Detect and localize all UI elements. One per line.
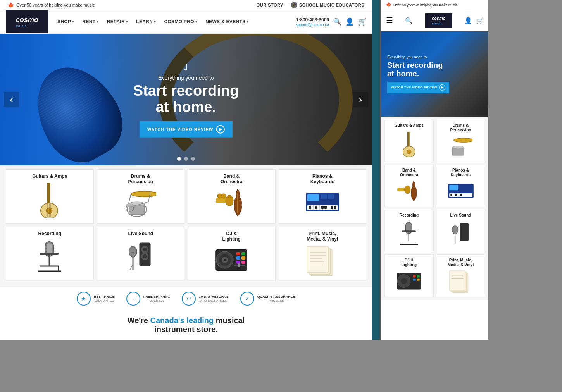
svg-rect-109 xyxy=(413,275,416,277)
mobile-logo-text: cosmomusic xyxy=(432,16,445,25)
svg-rect-39 xyxy=(331,206,333,209)
nav-shop[interactable]: SHOP ▾ xyxy=(54,17,78,26)
mobile-cat-guitars[interactable]: Guitars & Amps xyxy=(384,120,434,162)
nav-icons: 🔍 👤 🛒 xyxy=(333,17,366,26)
categories-grid: Guitars & Amps Drums &Percussion xyxy=(6,169,366,281)
hamburger-icon[interactable]: ☰ xyxy=(386,16,393,25)
svg-point-6 xyxy=(131,191,156,197)
mobile-account-icon[interactable]: 👤 xyxy=(464,17,472,24)
svg-point-59 xyxy=(143,254,147,258)
tagline-highlight: Canada's leading xyxy=(150,316,214,325)
mobile-search-icon[interactable]: 🔍 xyxy=(405,17,413,24)
mobile-nav: ☰ 🔍 cosmomusic 👤 🛒 xyxy=(381,10,488,31)
svg-point-18 xyxy=(221,194,226,198)
top-bar: 🍁 Over 50 years of helping you make musi… xyxy=(0,0,372,10)
category-drums[interactable]: Drums &Percussion xyxy=(97,169,185,224)
mobile-logo[interactable]: cosmomusic xyxy=(425,13,452,28)
mobile-hero-subtitle: Everything you need to xyxy=(387,55,449,59)
mobile-hero-text: Everything you need to Start recordingat… xyxy=(387,55,449,93)
teal-strip xyxy=(372,0,380,340)
cart-icon[interactable]: 🛒 xyxy=(358,17,366,26)
svg-rect-111 xyxy=(413,279,416,281)
our-story-link[interactable]: OUR STORY xyxy=(257,3,283,7)
music-note-icon: ♩ xyxy=(133,62,239,73)
svg-rect-0 xyxy=(47,183,50,204)
nav-contact: 1-800-463-3000 support@cosmo.ca xyxy=(296,17,329,27)
svg-rect-98 xyxy=(460,194,462,196)
svg-rect-69 xyxy=(236,252,240,255)
school-music-link[interactable]: 🎓 SCHOOL MUSIC EDUCATORS xyxy=(291,2,364,8)
category-keyboards[interactable]: Pianos &Keyboards xyxy=(279,169,367,224)
mobile-cat-dj[interactable]: DJ &Lighting xyxy=(384,254,434,297)
svg-rect-49 xyxy=(40,253,59,255)
search-icon[interactable]: 🔍 xyxy=(333,17,341,26)
svg-rect-110 xyxy=(417,275,420,277)
svg-rect-22 xyxy=(307,194,319,201)
svg-rect-97 xyxy=(455,194,457,196)
svg-point-90 xyxy=(452,146,464,148)
logo[interactable]: cosmo music xyxy=(6,10,48,33)
slider-next-button[interactable]: › xyxy=(353,92,368,107)
mobile-cat-live-sound[interactable]: Live Sound xyxy=(436,210,485,252)
svg-rect-70 xyxy=(241,252,245,255)
svg-rect-61 xyxy=(131,252,134,253)
mobile-cat-orchestra[interactable]: Band &Orchestra xyxy=(384,165,434,207)
svg-rect-76 xyxy=(238,263,240,267)
nav-rent[interactable]: RENT ▾ xyxy=(79,17,102,26)
top-bar-left: 🍁 Over 50 years of helping you make musi… xyxy=(8,2,95,8)
svg-rect-96 xyxy=(450,194,452,196)
svg-rect-40 xyxy=(334,206,336,209)
svg-rect-35 xyxy=(309,206,311,209)
guitar-image xyxy=(10,181,90,219)
svg-rect-72 xyxy=(241,256,245,260)
nav-links: SHOP ▾ RENT ▾ REPAIR ▾ LEARN ▾ COSMO PRO… xyxy=(54,17,296,26)
nav-cosmo-pro[interactable]: COSMO PRO ▾ xyxy=(161,17,200,26)
svg-rect-112 xyxy=(417,279,420,281)
svg-rect-71 xyxy=(236,256,240,260)
watch-video-button[interactable]: WATCH THE VIDEO REVIEW ▶ xyxy=(140,121,233,137)
category-dj[interactable]: DJ &Lighting xyxy=(188,227,276,281)
mobile-watch-video-button[interactable]: WATCH THE VIDEO REVIEW ▶ xyxy=(387,82,449,93)
svg-point-108 xyxy=(401,278,407,284)
slider-prev-button[interactable]: ‹ xyxy=(4,92,19,107)
svg-point-16 xyxy=(226,195,233,206)
svg-point-12 xyxy=(126,204,134,207)
feature-free-shipping: → FREE SHIPPING OVER $99 xyxy=(126,292,171,306)
slider-dot-3[interactable] xyxy=(191,157,195,161)
tagline-prefix: We're xyxy=(128,316,150,325)
category-live-sound[interactable]: Live Sound xyxy=(97,227,185,281)
category-print[interactable]: Print, Music,Media, & Vinyl xyxy=(279,227,367,281)
main-nav: cosmo music SHOP ▾ RENT ▾ REPAIR ▾ LEARN… xyxy=(0,10,372,34)
mobile-hero-title: Start recordingat home. xyxy=(387,61,449,78)
dj-image xyxy=(192,244,271,277)
svg-rect-74 xyxy=(241,261,245,264)
slider-dots xyxy=(177,157,195,161)
svg-rect-36 xyxy=(315,206,317,209)
account-icon[interactable]: 👤 xyxy=(345,17,354,26)
svg-point-88 xyxy=(453,138,472,142)
nav-learn[interactable]: LEARN ▾ xyxy=(133,17,159,26)
nav-repair[interactable]: REPAIR ▾ xyxy=(104,17,131,26)
mobile-cat-keyboards[interactable]: Pianos &Keyboards xyxy=(436,165,485,207)
slider-dot-2[interactable] xyxy=(184,157,188,161)
category-orchestra[interactable]: Band &Orchestra xyxy=(188,169,276,224)
svg-rect-103 xyxy=(460,223,468,241)
mobile-cat-recording[interactable]: Recording xyxy=(384,210,434,252)
play-icon: ▶ xyxy=(216,125,225,133)
tagline-text: Over 50 years of helping you make music xyxy=(16,3,95,7)
slider-dot-1[interactable] xyxy=(177,157,181,161)
live-sound-image xyxy=(101,238,181,277)
svg-rect-79 xyxy=(307,246,328,273)
mobile-cat-drums[interactable]: Drums &Percussion xyxy=(436,120,485,162)
svg-rect-23 xyxy=(321,194,327,199)
nav-news[interactable]: NEWS & EVENTS ▾ xyxy=(202,17,252,26)
recording-image xyxy=(10,238,90,277)
mobile-play-icon: ▶ xyxy=(439,84,445,91)
svg-rect-38 xyxy=(324,206,327,209)
svg-rect-37 xyxy=(321,206,324,209)
svg-rect-85 xyxy=(407,132,410,147)
category-recording[interactable]: Recording xyxy=(6,227,94,281)
mobile-cart-icon[interactable]: 🛒 xyxy=(476,17,484,24)
mobile-cat-print[interactable]: Print, Music,Media, & Vinyl xyxy=(436,254,485,297)
category-guitars[interactable]: Guitars & Amps xyxy=(6,169,94,224)
